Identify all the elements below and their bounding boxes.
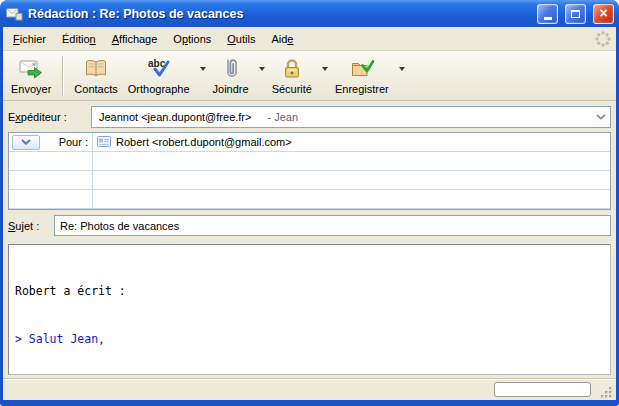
recipient-row: Pour : Robert <robert.dupont@gmail.com> — [9, 133, 610, 152]
menu-aide[interactable]: Aide — [263, 30, 301, 48]
toolbar-separator — [62, 56, 63, 96]
recipient-empty-row[interactable] — [9, 152, 610, 171]
attach-label: Joindre — [213, 83, 249, 95]
progress-meter — [494, 382, 591, 397]
compose-mail-icon — [6, 6, 23, 21]
spellcheck-dropdown-arrow-icon[interactable] — [200, 67, 206, 71]
minimize-icon — [544, 17, 552, 20]
security-lock-icon — [279, 56, 305, 82]
save-button[interactable]: Enregistrer — [331, 54, 393, 97]
spellcheck-icon: abc — [146, 56, 172, 82]
toolbar: Envoyer Contacts — [3, 51, 616, 101]
subject-label: Sujet : — [8, 220, 48, 232]
activity-throbber-icon — [594, 30, 612, 48]
attach-button[interactable]: Joindre — [209, 54, 253, 97]
security-button[interactable]: Sécurité — [268, 54, 316, 97]
from-description: - Jean — [267, 111, 298, 123]
menu-edition[interactable]: Édition — [54, 30, 104, 48]
from-label: Expéditeur : — [8, 111, 84, 123]
send-label: Envoyer — [11, 83, 51, 95]
security-label: Sécurité — [272, 83, 312, 95]
recipient-type-label: Pour : — [59, 136, 88, 148]
recipient-empty-row[interactable] — [9, 209, 610, 210]
subject-input[interactable] — [54, 215, 611, 236]
attach-icon — [218, 56, 244, 82]
send-button[interactable]: Envoyer — [7, 54, 55, 97]
resize-grip[interactable] — [600, 386, 613, 399]
menu-options[interactable]: Options — [165, 30, 219, 48]
menu-affichage[interactable]: Affichage — [104, 30, 166, 48]
close-icon: × — [599, 6, 607, 20]
attach-dropdown-arrow-icon[interactable] — [259, 67, 265, 71]
address-book-icon — [83, 56, 109, 82]
recipient-type-dropdown[interactable] — [12, 135, 40, 150]
minimize-button[interactable] — [537, 4, 558, 24]
spellcheck-label: Orthographe — [128, 83, 190, 95]
recipient-empty-row[interactable] — [9, 190, 610, 209]
maximize-button[interactable] — [565, 4, 586, 24]
statusbar — [3, 378, 616, 400]
send-mail-icon — [18, 56, 44, 82]
recipient-address: Robert <robert.dupont@gmail.com> — [116, 136, 292, 148]
body-line: Robert a écrit : — [15, 283, 604, 299]
chevron-down-icon — [21, 139, 31, 145]
close-button[interactable]: × — [593, 4, 614, 24]
security-dropdown-arrow-icon[interactable] — [322, 67, 328, 71]
contacts-button[interactable]: Contacts — [70, 54, 121, 97]
recipients-list: Pour : Robert <robert.dupont@gmail.com> — [8, 132, 611, 210]
message-editor[interactable]: Robert a écrit : > Salut Jean, > Peux-tu… — [8, 244, 611, 375]
titlebar[interactable]: Rédaction : Re: Photos de vacances × — [0, 0, 619, 27]
body-line: > Salut Jean, — [15, 331, 604, 347]
contacts-label: Contacts — [74, 83, 117, 95]
menubar: Fichier Édition Affichage Options Outils… — [3, 27, 616, 51]
recipient-field[interactable]: Robert <robert.dupont@gmail.com> — [93, 133, 610, 151]
save-icon — [349, 56, 375, 82]
from-value: Jeannot <jean.dupont@free.fr> — [99, 111, 251, 123]
subject-row: Sujet : — [3, 211, 616, 240]
save-dropdown-arrow-icon[interactable] — [399, 67, 405, 71]
menu-fichier[interactable]: Fichier — [5, 30, 54, 48]
window-title: Rédaction : Re: Photos de vacances — [28, 7, 530, 21]
from-select[interactable]: Jeannot <jean.dupont@free.fr> - Jean — [91, 106, 611, 128]
from-row: Expéditeur : Jeannot <jean.dupont@free.f… — [3, 101, 616, 131]
client-area: Fichier Édition Affichage Options Outils… — [3, 27, 616, 400]
menu-outils[interactable]: Outils — [219, 30, 263, 48]
spellcheck-button[interactable]: abc Orthographe — [124, 54, 194, 97]
chevron-down-icon — [592, 107, 610, 127]
compose-window: Rédaction : Re: Photos de vacances × Fic… — [0, 0, 619, 406]
maximize-icon — [571, 10, 580, 18]
contact-card-icon — [97, 136, 111, 149]
recipient-empty-row[interactable] — [9, 171, 610, 190]
save-label: Enregistrer — [335, 83, 389, 95]
